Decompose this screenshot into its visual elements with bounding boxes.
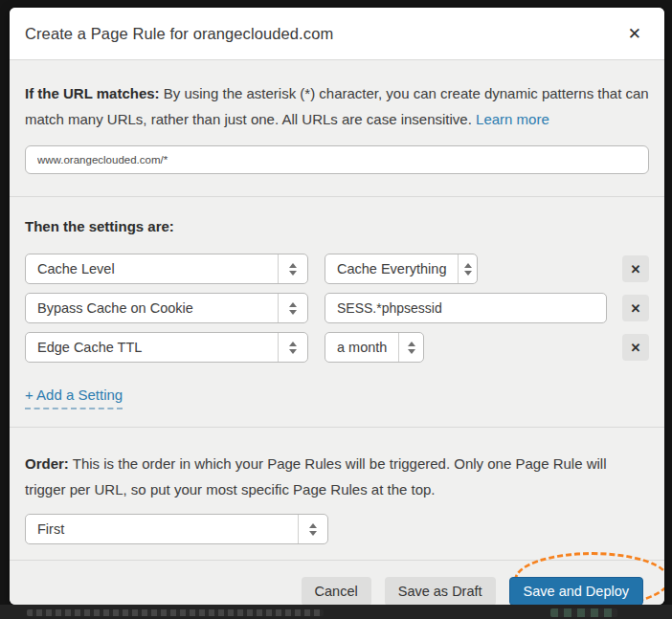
create-page-rule-modal: Create a Page Rule for orangeclouded.com… — [10, 8, 664, 605]
url-match-description: If the URL matches: By using the asteris… — [25, 80, 649, 132]
background-player-smudge — [550, 608, 617, 617]
url-match-section: If the URL matches: By using the asteris… — [10, 59, 664, 196]
add-setting-link[interactable]: + Add a Setting — [25, 387, 123, 409]
url-pattern-input[interactable] — [25, 145, 649, 174]
dimmed-background: Create a Page Rule for orangeclouded.com… — [0, 0, 672, 619]
setting-value-select[interactable]: Cache Everything — [325, 254, 478, 284]
order-help-text: This is the order in which your Page Rul… — [25, 455, 607, 497]
chevron-updown-icon — [458, 254, 477, 283]
chevron-updown-icon — [278, 333, 307, 362]
setting-type-select[interactable]: Cache Level — [25, 254, 308, 284]
order-label: Order: — [25, 455, 69, 472]
modal-footer: Cancel Save as Draft Save and Deploy — [10, 560, 664, 605]
background-page-strip — [0, 605, 672, 619]
chevron-updown-icon — [298, 515, 327, 543]
setting-type-select[interactable]: Bypass Cache on Cookie — [25, 293, 308, 323]
setting-row-cache-level: Cache Level Cache Everything ✕ — [25, 254, 649, 284]
settings-heading: Then the settings are: — [25, 218, 649, 234]
setting-value-select[interactable]: a month — [325, 332, 424, 363]
setting-row-bypass-cache: Bypass Cache on Cookie ✕ — [25, 293, 649, 323]
setting-type-value: Bypass Cache on Cookie — [26, 300, 278, 316]
setting-value: Cache Everything — [325, 261, 458, 276]
url-match-label: If the URL matches: — [25, 85, 160, 101]
setting-type-value: Cache Level — [26, 261, 278, 276]
remove-setting-icon[interactable]: ✕ — [622, 334, 649, 361]
chevron-updown-icon — [398, 333, 423, 362]
remove-setting-icon[interactable]: ✕ — [622, 255, 649, 282]
setting-type-value: Edge Cache TTL — [26, 340, 278, 355]
background-statusbar-smudge — [27, 609, 324, 616]
order-value: First — [26, 521, 298, 537]
settings-section: Then the settings are: Cache Level Cache… — [10, 196, 664, 427]
learn-more-link[interactable]: Learn more — [476, 111, 549, 127]
save-as-draft-button[interactable]: Save as Draft — [385, 577, 496, 605]
chevron-updown-icon — [278, 294, 307, 322]
modal-header: Create a Page Rule for orangeclouded.com… — [10, 8, 664, 59]
setting-type-select[interactable]: Edge Cache TTL — [25, 332, 308, 363]
order-description: Order: This is the order in which your P… — [25, 451, 649, 502]
remove-setting-icon[interactable]: ✕ — [622, 295, 649, 321]
order-section: Order: This is the order in which your P… — [10, 427, 664, 560]
close-icon[interactable]: ✕ — [624, 22, 645, 46]
order-select[interactable]: First — [25, 514, 328, 544]
chevron-updown-icon — [278, 254, 307, 283]
cancel-button[interactable]: Cancel — [302, 577, 371, 605]
setting-row-edge-cache-ttl: Edge Cache TTL a month ✕ — [25, 332, 649, 363]
settings-rows: Cache Level Cache Everything ✕ Bypass Ca… — [25, 254, 649, 363]
cookie-pattern-input[interactable] — [325, 293, 607, 323]
page-title: Create a Page Rule for orangeclouded.com — [25, 25, 333, 43]
save-and-deploy-button[interactable]: Save and Deploy — [509, 577, 643, 605]
setting-value: a month — [325, 340, 398, 355]
